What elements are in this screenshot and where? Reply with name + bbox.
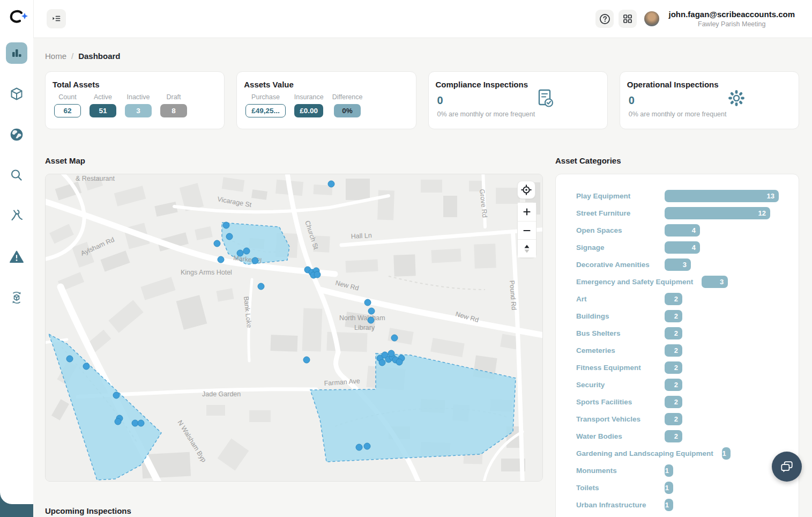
- asset-marker[interactable]: [258, 283, 264, 290]
- category-bar[interactable]: 2: [665, 310, 682, 322]
- chat-bubbles-icon: [779, 459, 795, 475]
- asset-map-title: Asset Map: [45, 156, 543, 165]
- category-label[interactable]: Sports Facilities: [576, 398, 656, 406]
- stat-value-pill: £49,25...: [245, 104, 286, 117]
- asset-marker[interactable]: [364, 299, 371, 306]
- asset-marker[interactable]: [328, 181, 334, 187]
- category-label[interactable]: Art: [576, 295, 656, 303]
- breadcrumb-home-link[interactable]: Home: [45, 51, 66, 61]
- category-label[interactable]: Transport Vehicles: [576, 415, 656, 423]
- category-label[interactable]: Decorative Amenities: [576, 261, 656, 269]
- stat-label: Inactive: [126, 93, 150, 101]
- user-avatar[interactable]: [644, 11, 659, 26]
- category-label[interactable]: Gardening and Landscaping Equipment: [576, 449, 713, 457]
- asset-marker[interactable]: [396, 359, 403, 365]
- asset-marker[interactable]: [218, 256, 224, 263]
- asset-marker[interactable]: [243, 248, 250, 254]
- sidebar-item-lifecycle[interactable]: [6, 287, 27, 308]
- asset-marker[interactable]: [388, 350, 394, 357]
- asset-marker[interactable]: [252, 257, 258, 264]
- asset-map-canvas[interactable]: & RestaurantVicarage StChurch StHall LnG…: [46, 174, 543, 482]
- asset-marker[interactable]: [356, 444, 362, 450]
- category-label[interactable]: Open Spaces: [576, 226, 656, 234]
- zoom-in-button[interactable]: [518, 203, 536, 221]
- category-label[interactable]: Monuments: [576, 467, 656, 475]
- asset-marker[interactable]: [368, 317, 374, 323]
- category-bar[interactable]: 4: [665, 224, 700, 237]
- category-bar[interactable]: 2: [665, 361, 682, 374]
- asset-marker[interactable]: [303, 357, 310, 363]
- asset-marker[interactable]: [113, 392, 120, 398]
- category-row: Urban Infrastructure1: [576, 496, 799, 513]
- category-bar[interactable]: 13: [665, 190, 779, 202]
- asset-marker[interactable]: [364, 443, 370, 449]
- category-label[interactable]: Bus Shelters: [576, 329, 656, 337]
- asset-marker[interactable]: [83, 363, 90, 370]
- category-label[interactable]: Toilets: [576, 484, 656, 492]
- bar-chart-icon: [11, 47, 23, 59]
- category-bar[interactable]: 1: [722, 447, 731, 460]
- category-label[interactable]: Cemeteries: [576, 346, 656, 354]
- category-label[interactable]: Security: [576, 381, 656, 389]
- category-bar[interactable]: 2: [665, 413, 682, 425]
- asset-marker[interactable]: [314, 271, 321, 278]
- asset-categories-title: Asset Categories: [555, 156, 799, 165]
- tilt-button[interactable]: [518, 239, 536, 257]
- map-building: [249, 410, 271, 422]
- category-bar[interactable]: 3: [702, 276, 728, 288]
- chat-fab-button[interactable]: [772, 452, 802, 482]
- asset-categories-panel: Asset Categories Play Equipment13Street …: [555, 129, 799, 517]
- user-info[interactable]: john.fagan@scribeaccounts.com Fawley Par…: [668, 10, 795, 28]
- map-building: [393, 254, 415, 276]
- category-label[interactable]: Street Furniture: [576, 209, 656, 217]
- apps-grid-button[interactable]: [619, 10, 637, 28]
- asset-marker[interactable]: [66, 356, 73, 362]
- category-bar[interactable]: 2: [665, 293, 682, 305]
- map-building: [270, 335, 297, 352]
- category-label[interactable]: Buildings: [576, 312, 656, 320]
- asset-marker[interactable]: [223, 222, 229, 228]
- asset-marker[interactable]: [391, 335, 398, 341]
- sidebar-item-dashboard[interactable]: [6, 42, 27, 64]
- category-bar[interactable]: 2: [665, 379, 682, 391]
- category-row: Art2: [576, 290, 799, 307]
- category-bar[interactable]: 2: [665, 430, 682, 442]
- asset-marker[interactable]: [214, 240, 220, 247]
- category-label[interactable]: Signage: [576, 243, 656, 252]
- category-label[interactable]: Fitness Equipment: [576, 364, 656, 372]
- sidebar-item-tools[interactable]: [6, 205, 27, 227]
- category-bar[interactable]: 2: [665, 344, 682, 357]
- sidebar-item-map[interactable]: [6, 124, 27, 145]
- sidebar-item-issues[interactable]: [6, 246, 27, 268]
- category-bar[interactable]: 2: [665, 396, 682, 408]
- sidebar-collapse-button[interactable]: [47, 9, 66, 28]
- locate-button[interactable]: [517, 181, 535, 199]
- sidebar-item-assets[interactable]: [6, 83, 27, 105]
- category-bar[interactable]: 4: [665, 241, 700, 254]
- category-row: Emergency and Safety Equipment3: [576, 273, 799, 290]
- sidebar-item-search[interactable]: [6, 165, 27, 186]
- asset-marker[interactable]: [132, 420, 138, 426]
- app-logo[interactable]: [7, 9, 28, 29]
- category-bar[interactable]: 1: [665, 499, 673, 511]
- document-check-icon: [534, 88, 556, 112]
- asset-marker[interactable]: [368, 308, 375, 314]
- category-label[interactable]: Urban Infrastructure: [576, 501, 656, 509]
- category-bar[interactable]: 1: [665, 482, 673, 494]
- category-row: Play Equipment13: [576, 187, 799, 204]
- category-bar[interactable]: 2: [665, 327, 682, 339]
- asset-marker[interactable]: [138, 420, 144, 426]
- category-label[interactable]: Water Bodies: [576, 432, 656, 440]
- asset-marker[interactable]: [237, 250, 243, 256]
- category-label[interactable]: Emergency and Safety Equipment: [576, 278, 693, 286]
- category-bar[interactable]: 1: [665, 464, 673, 477]
- asset-marker[interactable]: [226, 233, 233, 240]
- category-bar[interactable]: 12: [665, 207, 770, 219]
- collapse-panel-icon: [51, 13, 62, 24]
- help-button[interactable]: [595, 10, 614, 28]
- asset-marker[interactable]: [115, 418, 121, 425]
- zoom-out-button[interactable]: [518, 221, 536, 239]
- category-label[interactable]: Play Equipment: [576, 192, 656, 200]
- category-bar[interactable]: 3: [665, 258, 691, 271]
- asset-marker[interactable]: [379, 359, 385, 366]
